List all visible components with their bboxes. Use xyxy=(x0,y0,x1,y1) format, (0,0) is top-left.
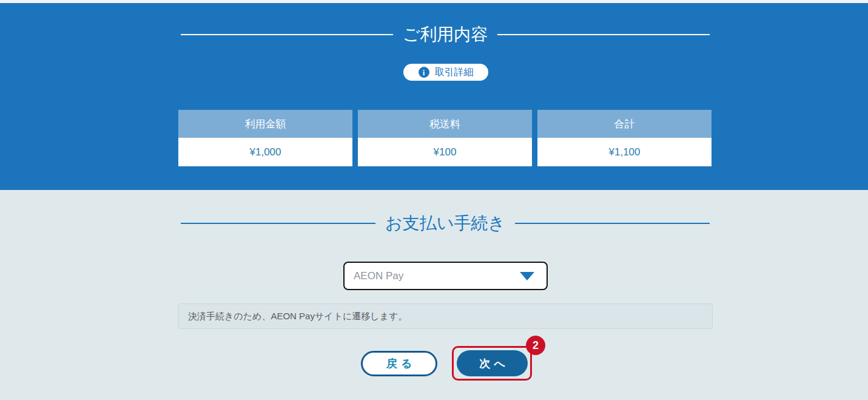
info-icon-glyph: i xyxy=(423,69,425,76)
divider-line xyxy=(181,34,393,35)
usage-section-header: ご利用内容 xyxy=(181,24,710,45)
transaction-details-label: 取引詳細 xyxy=(435,66,474,79)
column-header: 合計 xyxy=(537,110,712,138)
amount-column-tax-shipping: 税送料 ¥100 xyxy=(358,110,532,166)
column-header: 利用金額 xyxy=(178,110,352,138)
divider-line xyxy=(515,223,710,224)
next-button[interactable]: 次へ xyxy=(457,350,528,376)
payment-method-selected-value: AEON Pay xyxy=(354,270,520,282)
transaction-details-button[interactable]: i 取引詳細 xyxy=(403,64,488,81)
column-value: ¥1,000 xyxy=(178,138,352,166)
back-button[interactable]: 戻る xyxy=(361,351,437,376)
column-value: ¥100 xyxy=(358,138,532,166)
amount-column-total: 合計 ¥1,100 xyxy=(537,110,712,166)
column-value: ¥1,100 xyxy=(537,138,712,166)
column-header: 税送料 xyxy=(358,110,532,138)
divider-line xyxy=(497,34,710,35)
payment-method-select[interactable]: AEON Pay xyxy=(343,262,548,290)
payment-section-title: お支払い手続き xyxy=(385,213,505,234)
payment-redirect-notice-text: 決済手続きのため、AEON Payサイトに遷移します。 xyxy=(188,311,407,322)
annotation-badge: 2 xyxy=(526,336,545,355)
info-icon: i xyxy=(419,67,429,78)
usage-section-title: ご利用内容 xyxy=(403,24,488,45)
divider-line xyxy=(181,223,375,224)
amount-table: 利用金額 ¥1,000 税送料 ¥100 合計 ¥1,100 xyxy=(178,110,712,166)
chevron-down-icon xyxy=(520,272,534,280)
payment-redirect-notice: 決済手続きのため、AEON Payサイトに遷移します。 xyxy=(178,303,713,329)
payment-section-header: お支払い手続き xyxy=(181,213,710,234)
amount-column-usage: 利用金額 ¥1,000 xyxy=(178,110,352,166)
